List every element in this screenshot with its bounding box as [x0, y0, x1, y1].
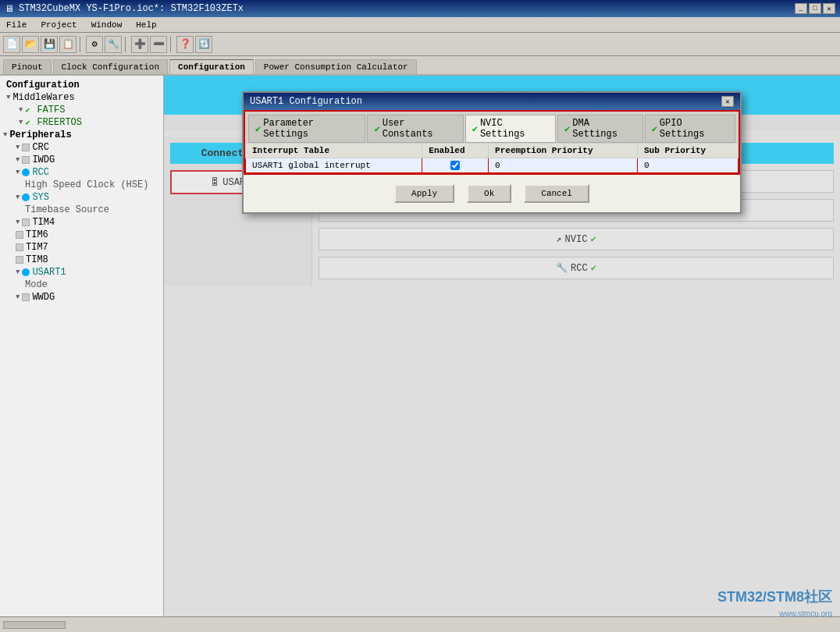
minimize-button[interactable]: _ [795, 3, 807, 14]
sys-timebase-label: Timebase Source [25, 204, 109, 215]
toolbar-gen[interactable]: 🔧 [105, 36, 122, 53]
sidebar-freertos[interactable]: ▼ ✔ FREERTOS [0, 116, 163, 129]
toolbar-saveas[interactable]: 📋 [59, 36, 77, 53]
rcc-label: RCC [32, 167, 49, 178]
sidebar-middlewares[interactable]: ▼ MiddleWares [0, 91, 163, 104]
toolbar-load[interactable]: ⚙ [86, 36, 103, 53]
sidebar-fatfs[interactable]: ▼ ✔ FATFS [0, 104, 163, 116]
modal-close-button[interactable]: ✕ [721, 96, 734, 107]
sidebar-tim8[interactable]: TIM8 [0, 254, 163, 266]
tim7-icon [16, 243, 23, 251]
dma-tab-label: DMA Settings [572, 118, 635, 140]
fatfs-check-icon: ✔ [25, 105, 34, 115]
toolbar-add[interactable]: ➕ [131, 36, 148, 53]
wwdg-icon [22, 293, 30, 301]
col-enabled: Enabled [422, 144, 489, 158]
sidebar-usart1-mode: Mode [0, 279, 163, 291]
tab-power[interactable]: Power Consumption Calculator [255, 59, 417, 74]
title-bar: 🖥 STM32CubeMX YS-F1Pro.ioc*: STM32F103ZE… [0, 0, 840, 17]
tab-user-constants[interactable]: ✔ User Constants [367, 115, 463, 143]
param-check-icon: ✔ [255, 123, 261, 135]
ok-button[interactable]: Ok [467, 184, 511, 203]
expand-icon: ▼ [16, 268, 20, 276]
sidebar-sys[interactable]: ▼ SYS [0, 191, 163, 204]
toolbar-save[interactable]: 💾 [41, 36, 58, 53]
sidebar-wwdg[interactable]: ▼ WWDG [0, 291, 163, 304]
toolbar-sep1 [80, 37, 83, 52]
freertos-check-icon: ✔ [25, 118, 34, 127]
crc-label: CRC [32, 142, 49, 153]
tab-pinout[interactable]: Pinout [3, 59, 52, 74]
nvic-tab-label: NVIC Settings [480, 118, 549, 140]
tim6-label: TIM6 [26, 229, 48, 240]
maximize-button[interactable]: □ [809, 3, 821, 14]
toolbar-new[interactable]: 📄 [3, 36, 20, 53]
middlewares-label: MiddleWares [12, 92, 74, 103]
tim8-label: TIM8 [26, 254, 48, 265]
sidebar-rcc[interactable]: ▼ RCC [0, 166, 163, 179]
modal-tabs: ✔ Parameter Settings ✔ User Constants ✔ … [244, 110, 740, 143]
right-panel: Connectivity 🎛 USART1 ✔ System ↔ DMA ➕ →… [164, 76, 840, 630]
menu-window[interactable]: Window [88, 19, 126, 31]
toolbar-sep2 [125, 37, 128, 52]
apply-button[interactable]: Apply [394, 184, 454, 203]
sub-priority-cell: 0 [638, 158, 739, 173]
col-preemption: Preemption Priority [489, 144, 638, 158]
nvic-tab-check-icon: ✔ [472, 123, 478, 135]
tab-nvic-settings[interactable]: ✔ NVIC Settings [465, 115, 556, 143]
tim4-label: TIM4 [32, 217, 55, 228]
tab-dma-settings[interactable]: ✔ DMA Settings [557, 115, 643, 143]
sidebar-peripherals[interactable]: ▼ Peripherals [0, 129, 163, 141]
menu-help[interactable]: Help [133, 19, 159, 31]
tab-gpio-settings[interactable]: ✔ GPIO Settings [645, 115, 735, 143]
modal-title: USART1 Configuration [250, 96, 362, 107]
tab-parameter-settings[interactable]: ✔ Parameter Settings [248, 115, 365, 143]
interrupt-name: USART1 global interrupt [246, 158, 422, 173]
expand-icon: ▼ [16, 156, 20, 164]
window-controls: _ □ ✕ [795, 3, 835, 14]
tab-clock[interactable]: Clock Configuration [53, 59, 168, 74]
expand-icon: ▼ [16, 144, 20, 151]
toolbar-update[interactable]: 🔃 [195, 36, 212, 53]
scroll-bar[interactable] [3, 621, 66, 629]
enabled-checkbox[interactable] [450, 161, 460, 170]
toolbar-remove[interactable]: ➖ [150, 36, 167, 53]
expand-icon: ▼ [16, 194, 20, 201]
toolbar-help[interactable]: ❓ [176, 36, 194, 53]
sidebar-tim4[interactable]: ▼ TIM4 [0, 216, 163, 229]
fatfs-label: FATFS [37, 105, 65, 115]
rcc-icon [22, 169, 30, 176]
main-area: Configuration ▼ MiddleWares ▼ ✔ FATFS ▼ … [0, 76, 840, 630]
gpio-tab-check-icon: ✔ [652, 123, 657, 135]
toolbar-open[interactable]: 📂 [22, 36, 39, 53]
usart1-label: USART1 [32, 267, 66, 278]
expand-icon: ▼ [16, 293, 20, 301]
toolbar-sep3 [170, 37, 173, 52]
status-bar [0, 616, 840, 632]
cancel-button[interactable]: Cancel [524, 184, 589, 203]
tim4-icon [22, 218, 30, 226]
menu-file[interactable]: File [3, 19, 30, 31]
modal-footer: Apply Ok Cancel [244, 175, 740, 212]
sidebar-rcc-hse: High Speed Clock (HSE) [0, 179, 163, 191]
sys-label: SYS [32, 192, 49, 203]
tab-configuration[interactable]: Configuration [169, 59, 254, 74]
menu-project[interactable]: Project [37, 19, 80, 31]
enabled-cell[interactable] [422, 158, 489, 173]
gpio-tab-label: GPIO Settings [660, 118, 728, 140]
sidebar-tim7[interactable]: TIM7 [0, 241, 163, 254]
close-button[interactable]: ✕ [823, 3, 835, 14]
wwdg-label: WWDG [32, 292, 55, 303]
config-label: Configuration [6, 80, 80, 91]
modal-overlay: USART1 Configuration ✕ ✔ Parameter Setti… [164, 76, 840, 630]
menu-bar: File Project Window Help [0, 17, 840, 33]
sidebar-crc[interactable]: ▼ CRC [0, 141, 163, 154]
sidebar-tim6[interactable]: TIM6 [0, 229, 163, 241]
interrupt-table: Interrupt Table Enabled Preemption Prior… [245, 143, 739, 173]
sidebar-usart1[interactable]: ▼ USART1 [0, 266, 163, 279]
crc-icon [22, 144, 30, 151]
watermark-text: STM32/STM8社区 [717, 588, 832, 606]
sidebar-configuration-header: Configuration [0, 79, 163, 91]
sidebar-iwdg[interactable]: ▼ IWDG [0, 154, 163, 166]
sys-icon [22, 194, 30, 201]
